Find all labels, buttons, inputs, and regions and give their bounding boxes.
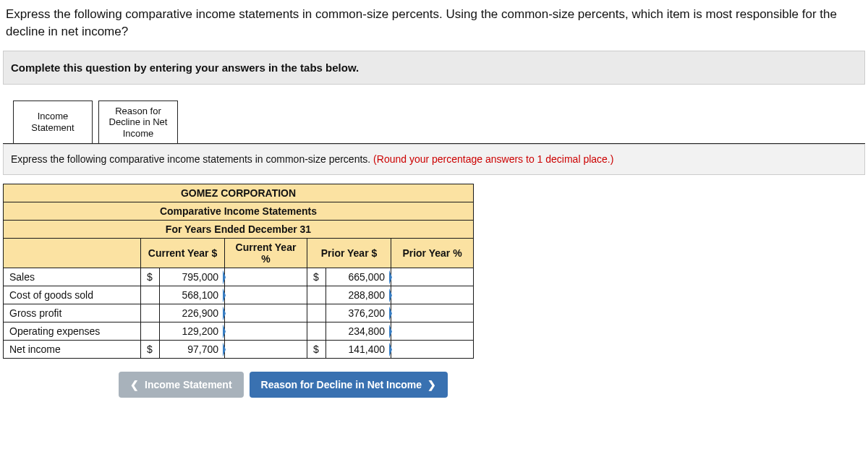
currency-prefix	[307, 322, 326, 341]
col-current-year-amount: Current Year $	[141, 239, 225, 268]
sub-instruction: Express the following comparative income…	[3, 144, 865, 175]
prior-year-amount-input[interactable]: 665,000	[326, 268, 391, 286]
tab-reason-decline[interactable]: Reason for Decline in Net Income	[98, 101, 178, 145]
table-row: Operating expenses 129,200 234,800	[4, 322, 474, 341]
next-tab-label: Reason for Decline in Net Income	[261, 379, 422, 390]
sub-instruction-hint: (Round your percentage answers to 1 deci…	[373, 153, 613, 165]
row-label: Gross profit	[4, 304, 141, 322]
currency-prefix	[307, 304, 326, 322]
currency-prefix	[307, 286, 326, 304]
current-year-amount-input[interactable]: 568,100	[160, 286, 225, 304]
row-label: Cost of goods sold	[4, 286, 141, 304]
current-year-percent-input[interactable]	[225, 286, 307, 304]
prior-year-percent-input[interactable]	[391, 268, 474, 286]
currency-prefix: $	[307, 341, 326, 359]
prior-year-amount-input[interactable]: 288,800	[326, 286, 391, 304]
current-year-percent-input[interactable]	[225, 341, 307, 359]
instruction-bar: Complete this question by entering your …	[3, 51, 865, 85]
chevron-right-icon: ❯	[427, 379, 436, 390]
prior-year-percent-input[interactable]	[391, 286, 474, 304]
col-prior-year-percent: Prior Year %	[391, 239, 474, 268]
chevron-left-icon: ❮	[130, 379, 139, 390]
table-row: Sales $ 795,000 $ 665,000	[4, 268, 474, 286]
current-year-amount-input[interactable]: 129,200	[160, 322, 225, 341]
tab-label: Income Statement	[17, 111, 89, 133]
prev-tab-button[interactable]: ❮ Income Statement	[119, 372, 244, 398]
tabs-row: Income Statement Reason for Decline in N…	[13, 101, 865, 145]
col-prior-year-amount: Prior Year $	[307, 239, 391, 268]
currency-prefix	[141, 322, 160, 341]
question-text: Express the following comparative income…	[3, 3, 865, 51]
nav-row: ❮ Income Statement Reason for Decline in…	[119, 372, 865, 398]
row-label: Operating expenses	[4, 322, 141, 341]
period-title: For Years Ended December 31	[4, 221, 474, 239]
next-tab-button[interactable]: Reason for Decline in Net Income ❯	[250, 372, 448, 398]
blank-header	[4, 239, 141, 268]
currency-prefix: $	[307, 268, 326, 286]
current-year-amount-input[interactable]: 795,000	[160, 268, 225, 286]
currency-prefix: $	[141, 268, 160, 286]
table-row: Gross profit 226,900 376,200	[4, 304, 474, 322]
prev-tab-label: Income Statement	[145, 379, 232, 390]
current-year-amount-input[interactable]: 226,900	[160, 304, 225, 322]
row-label: Sales	[4, 268, 141, 286]
row-label: Net income	[4, 341, 141, 359]
currency-prefix	[141, 286, 160, 304]
income-statement-table: GOMEZ CORPORATION Comparative Income Sta…	[3, 184, 474, 359]
prior-year-amount-input[interactable]: 376,200	[326, 304, 391, 322]
prior-year-percent-input[interactable]	[391, 322, 474, 341]
current-year-percent-input[interactable]	[225, 304, 307, 322]
currency-prefix	[141, 304, 160, 322]
prior-year-percent-input[interactable]	[391, 341, 474, 359]
table-row: Cost of goods sold 568,100 288,800	[4, 286, 474, 304]
prior-year-percent-input[interactable]	[391, 304, 474, 322]
statement-title: Comparative Income Statements	[4, 202, 474, 221]
tab-income-statement[interactable]: Income Statement	[13, 101, 93, 145]
col-current-year-percent: Current Year %	[225, 239, 307, 268]
tab-label: Reason for Decline in Net Income	[102, 106, 174, 140]
prior-year-amount-input[interactable]: 141,400	[326, 341, 391, 359]
company-name: GOMEZ CORPORATION	[4, 184, 474, 202]
current-year-percent-input[interactable]	[225, 322, 307, 341]
table-row: Net income $ 97,700 $ 141,400	[4, 341, 474, 359]
sub-instruction-text: Express the following comparative income…	[11, 153, 373, 165]
current-year-amount-input[interactable]: 97,700	[160, 341, 225, 359]
prior-year-amount-input[interactable]: 234,800	[326, 322, 391, 341]
currency-prefix: $	[141, 341, 160, 359]
current-year-percent-input[interactable]	[225, 268, 307, 286]
